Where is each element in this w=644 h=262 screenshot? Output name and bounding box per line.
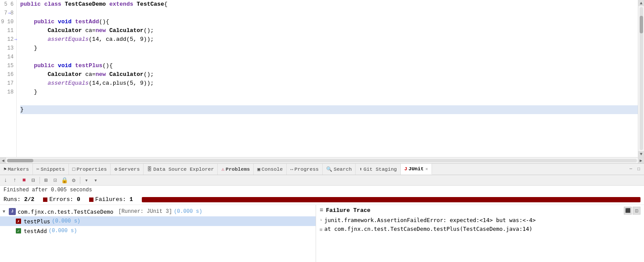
progress-bar bbox=[142, 197, 640, 202]
code-content[interactable]: public class TestCaseDemo extends TestCa… bbox=[17, 0, 638, 157]
datasource-icon: 🗄 bbox=[147, 166, 152, 172]
vertical-scrollbar[interactable]: ▲ ▼ bbox=[638, 0, 644, 157]
editor-area: 5 6 7⇒ 8 9 10 11 12⇒ 13 14 15 16 17 18 p… bbox=[0, 0, 644, 163]
hscroll-thumb[interactable] bbox=[7, 159, 33, 162]
test-tree[interactable]: ▼ J com.fjnx.cn.test.TestCaseDemo [Runne… bbox=[0, 205, 316, 262]
svg-text:✗: ✗ bbox=[17, 219, 19, 224]
chevron-icon: ▼ bbox=[3, 209, 9, 214]
toolbar-separator bbox=[40, 177, 40, 184]
test-plus-time: (0.000 s) bbox=[52, 218, 80, 224]
scroll-track[interactable] bbox=[640, 7, 643, 150]
tab-gitstaging[interactable]: ⬆ Git Staging bbox=[356, 164, 401, 175]
layout-button[interactable]: ⊞ bbox=[42, 176, 50, 184]
search-icon: 🔍 bbox=[326, 166, 332, 172]
failure-trace-header: ≡ Failure Trace bbox=[320, 207, 640, 214]
trace-line-1: ¹ junit.framework.AssertionFailedError: … bbox=[320, 216, 640, 225]
scroll-left-button[interactable]: ◀ bbox=[0, 158, 6, 164]
tree-test-plus[interactable]: ✗ testPlus (0.000 s) bbox=[0, 216, 316, 226]
root-class-label: com.fjnx.cn.test.TestCaseDemo bbox=[18, 208, 113, 215]
tab-snippets[interactable]: ✂ Snippets bbox=[33, 164, 69, 175]
failure-icon bbox=[89, 197, 94, 202]
snippets-icon: ✂ bbox=[36, 166, 40, 172]
horizontal-scrollbar[interactable]: ◀ ▶ bbox=[0, 157, 644, 163]
stop-button[interactable]: ■ bbox=[20, 176, 28, 184]
errors-stat: Errors: 0 bbox=[43, 196, 80, 203]
code-line: public void testPlus(){ bbox=[20, 61, 638, 70]
scroll-up-button[interactable]: ▲ bbox=[638, 0, 644, 6]
scroll-thumb[interactable] bbox=[640, 16, 643, 33]
show-errors-button[interactable]: ⊡ bbox=[51, 176, 59, 184]
filter-button[interactable]: ⚙ bbox=[70, 176, 78, 184]
servers-icon: ⚙ bbox=[114, 166, 117, 172]
test-fail-icon: ✗ bbox=[15, 218, 22, 225]
junit-toolbar: ↓ ↑ ■ ⊟ ⊞ ⊡ 🔒 ⚙ ▾ ▾ bbox=[0, 175, 644, 186]
tab-junit[interactable]: J JUnit ✕ bbox=[401, 164, 432, 175]
junit-icon: J bbox=[404, 166, 407, 172]
svg-text:✓: ✓ bbox=[17, 229, 19, 233]
code-line: } bbox=[20, 88, 638, 97]
tree-test-add[interactable]: ✓ testAdd (0.000 s) bbox=[0, 226, 316, 236]
code-line: } bbox=[20, 44, 638, 53]
junit-status: Finished after 0.005 seconds bbox=[0, 186, 644, 194]
tab-markers[interactable]: ⚑ Markers bbox=[0, 164, 33, 175]
code-line: assertEquals(14, ca.add(5, 9)); bbox=[20, 35, 638, 44]
code-line bbox=[20, 9, 638, 18]
error-icon bbox=[43, 197, 47, 202]
code-line: Calculator ca=new Calculator(); bbox=[20, 70, 638, 79]
junit-close-button[interactable]: ✕ bbox=[425, 166, 428, 172]
tab-problems[interactable]: ⚠ Problems bbox=[218, 164, 254, 175]
tree-root-item[interactable]: ▼ J com.fjnx.cn.test.TestCaseDemo [Runne… bbox=[0, 207, 316, 216]
failure-trace-icon: ≡ bbox=[320, 207, 323, 214]
junit-panel: ↓ ↑ ■ ⊟ ⊞ ⊡ 🔒 ⚙ ▾ ▾ Finished after 0.005… bbox=[0, 175, 644, 262]
bottom-panel: ⚑ Markers ✂ Snippets □ Properties ⚙ Serv… bbox=[0, 163, 644, 262]
toolbar-separator-2 bbox=[80, 177, 80, 184]
test-add-label: testAdd bbox=[24, 228, 47, 234]
code-line: public class TestCaseDemo extends TestCa… bbox=[20, 0, 638, 9]
history-button[interactable]: ⊟ bbox=[29, 176, 37, 184]
rerun-button[interactable]: ↓ bbox=[2, 176, 10, 184]
tab-progress[interactable]: ↔ Progress bbox=[287, 164, 323, 175]
minimize-button[interactable]: ─ bbox=[627, 166, 634, 173]
code-line: public void testAdd(){ bbox=[20, 18, 638, 26]
hscroll-track[interactable] bbox=[7, 159, 637, 162]
trace-icon-1: ¹ bbox=[320, 217, 323, 225]
markers-icon: ⚑ bbox=[4, 166, 7, 172]
properties-icon: □ bbox=[72, 167, 76, 172]
tab-search[interactable]: 🔍 Search bbox=[323, 164, 356, 175]
gitstaging-icon: ⬆ bbox=[359, 166, 362, 172]
more2-button[interactable]: ▾ bbox=[92, 176, 100, 184]
tab-console[interactable]: ▣ Console bbox=[254, 164, 287, 175]
failures-stat: Failures: 1 bbox=[89, 196, 133, 203]
scroll-lock-button[interactable]: 🔒 bbox=[61, 176, 68, 184]
rerun-failed-button[interactable]: ↑ bbox=[11, 176, 19, 184]
failure-trace-buttons: ⬛ ◫ bbox=[624, 207, 640, 215]
trace-line-2: ≡ at com.fjnx.cn.test.TestCaseDemo.testP… bbox=[320, 225, 640, 234]
tab-servers[interactable]: ⚙ Servers bbox=[111, 164, 144, 175]
problems-icon: ⚠ bbox=[221, 166, 224, 172]
trace-icon-2: ≡ bbox=[320, 226, 323, 234]
tab-properties[interactable]: □ Properties bbox=[69, 164, 111, 175]
tab-bar: ⚑ Markers ✂ Snippets □ Properties ⚙ Serv… bbox=[0, 164, 644, 175]
scroll-down-button[interactable]: ▼ bbox=[638, 151, 644, 157]
scroll-right-button[interactable]: ▶ bbox=[638, 158, 644, 164]
filter-trace-button[interactable]: ◫ bbox=[633, 207, 640, 215]
code-line bbox=[20, 114, 638, 123]
line-numbers: 5 6 7⇒ 8 9 10 11 12⇒ 13 14 15 16 17 18 bbox=[0, 0, 17, 157]
code-line: assertEquals(14,ca.plus(5, 9)); bbox=[20, 79, 638, 88]
code-line bbox=[20, 97, 638, 105]
test-plus-label: testPlus bbox=[24, 218, 50, 225]
code-line: } bbox=[20, 105, 638, 114]
more-button[interactable]: ▾ bbox=[83, 176, 90, 184]
tab-bar-controls: ─ □ bbox=[626, 166, 644, 173]
test-add-time: (0.000 s) bbox=[49, 228, 77, 234]
failure-trace-panel: ≡ Failure Trace ¹ junit.framework.Assert… bbox=[316, 205, 644, 262]
tab-datasource[interactable]: 🗄 Data Source Explorer bbox=[144, 164, 218, 175]
code-line bbox=[20, 53, 638, 61]
junit-stats: Runs: 2/2 Errors: 0 Failures: 1 bbox=[0, 194, 644, 205]
test-pass-icon: ✓ bbox=[15, 227, 22, 234]
maximize-button[interactable]: □ bbox=[635, 166, 642, 173]
root-time: (0.000 s) bbox=[174, 208, 202, 215]
copy-trace-button[interactable]: ⬛ bbox=[624, 207, 632, 215]
suite-icon: J bbox=[9, 208, 16, 215]
code-line: Calculator ca=new Calculator(); bbox=[20, 26, 638, 35]
